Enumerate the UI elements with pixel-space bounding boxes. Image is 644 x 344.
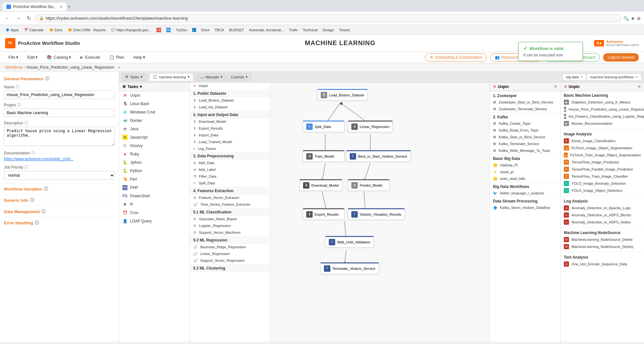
anomaly-hdfs-blocks-item[interactable]: A Anomaly_Detection_in_HDFS_Blocks — [561, 211, 644, 219]
task-java[interactable]: ☕ Java — [119, 125, 190, 133]
breadcrumb-workflows-link[interactable]: Workflows — [5, 65, 23, 70]
tf-pred-item[interactable]: T TensorFlow_Image_Prediction — [561, 159, 644, 166]
pytorch-train-item[interactable]: 🔥 PyTorch_Train_Image_Object_Segmentatio… — [561, 152, 644, 159]
documentation-link[interactable]: https://www.activeeon.com/public_cont... — [4, 157, 73, 161]
manuals-tab[interactable]: 📖 Manuals ▾ — [196, 73, 226, 81]
node-download-model[interactable]: ⬇ Download_Model — [299, 179, 342, 191]
scheduling-button[interactable]: ⚙ Scheduling & Orchestration — [425, 53, 487, 62]
generic-info-icon[interactable]: ⓘ — [30, 197, 34, 203]
add-label-item[interactable]: ⊕ Add_Label — [190, 166, 270, 173]
task-unpin[interactable]: ✕ Unpin — [119, 91, 190, 100]
bookmark-technical[interactable]: Technical — [301, 27, 319, 33]
workflow-canvas[interactable]: 🗄 Load_Boston_Dataset ✂ Split_Data ⚙ Lin… — [270, 83, 489, 342]
task-ruby[interactable]: ♦ Ruby — [119, 150, 190, 158]
ml-workflows-tab[interactable]: machine learning-workflows ✕ — [586, 74, 641, 81]
task-windows-cmd[interactable]: ⊞ Windows Cmd — [119, 108, 190, 116]
node-linear-regression[interactable]: ⚙ Linear_Regression — [348, 121, 393, 132]
node-visdom-visualize[interactable]: f Visdom_Visualize_Results — [348, 208, 405, 220]
gaussian-item[interactable]: ⚙ Gaussian_Naive_Bayes — [190, 216, 270, 222]
node-wait-validation[interactable]: f Wait_Until_Validation — [325, 236, 374, 248]
split-data-item[interactable]: ✂ Split_Data — [190, 180, 270, 187]
zookeeper-terminate-item[interactable]: ⚙ Zookeeper_Terminate_Service — [490, 106, 560, 113]
load-boston-item[interactable]: ⬇ Load_Boston_Dataset — [190, 97, 270, 104]
execute-menu[interactable]: ▶ Execute — [77, 54, 103, 61]
task-docker[interactable]: 🐳 Docker — [119, 116, 190, 125]
one-hot-item[interactable]: O One_Hot_Encode_Sequence_Data — [561, 260, 644, 268]
task-perl[interactable]: 🐪 Perl — [119, 175, 190, 183]
task-r[interactable]: R R — [119, 200, 190, 209]
bookmark-zoho[interactable]: 🔶 Zoho — [47, 27, 64, 33]
svr-item[interactable]: 📈 Support_Vector_Regression — [190, 257, 270, 264]
tasks-header[interactable]: ⚙ Tasks ▾ — [119, 83, 190, 91]
data-mgmt-info-icon[interactable]: ⓘ — [41, 209, 45, 214]
new-tab-button[interactable]: + — [68, 4, 71, 10]
bookmark-try[interactable]: TRY — [164, 27, 173, 33]
general-params-info-icon[interactable]: ⓘ — [45, 76, 49, 82]
controls-tab[interactable]: Controls ▾ — [227, 73, 251, 81]
node-export-results[interactable]: ⬆ Export_Results — [303, 208, 345, 220]
task-jython[interactable]: 🐍 Jython — [119, 158, 190, 167]
node-split-data[interactable]: ✂ Split_Data — [303, 121, 345, 132]
ml-workflows-tab-close[interactable]: ✕ — [635, 75, 638, 79]
documentation-info-icon[interactable]: ⓘ — [31, 150, 35, 156]
tasks-tab[interactable]: ⚙ Tasks ▾ — [122, 73, 146, 81]
back-button[interactable]: ← — [3, 15, 12, 22]
logistic-item[interactable]: ⚙ Logistic_Regression — [190, 222, 270, 229]
hdfs-item[interactable]: 🟡 write_read_hdfs — [490, 175, 560, 182]
diabetics-item[interactable]: ▶ Diabetics_Detection_using_K_Means — [561, 99, 644, 106]
browser-tab[interactable]: ProActive Workflow Stu... ✕ — [3, 3, 66, 11]
movies-item[interactable]: ▶ Movies_Recommendation — [561, 120, 644, 127]
download-model-item[interactable]: ⬇ Download_Model — [190, 118, 270, 125]
machine-learning-tab[interactable]: 📋 machine-learning ▾ — [149, 73, 193, 81]
anomaly-apache-item[interactable]: A Anomaly_Detection_in_Apache_Logs — [561, 204, 644, 211]
project-info-icon[interactable]: ⓘ — [17, 102, 21, 108]
bookmark-zoho-crm[interactable]: 🔶 Zoho CRM - Reports — [66, 27, 108, 33]
bookmark-drive[interactable]: Drive — [199, 27, 212, 33]
load-iris-item[interactable]: ⬇ Load_Iris_Dataset — [190, 104, 270, 111]
data-management-title[interactable]: Data Management ⓘ — [4, 209, 115, 214]
bayesian-item[interactable]: 📈 Bayesian_Ridge_Regression — [190, 244, 270, 251]
task-powershell[interactable]: PS PowerShell — [119, 192, 190, 200]
file-menu[interactable]: File ▾ — [5, 54, 22, 61]
anomaly-hdfs-nodes-item[interactable]: A Anomaly_Detection_in_HDFS_Nodes — [561, 219, 644, 226]
address-bar[interactable]: 🔒 https://trydev.activeeon.com/studio/#w… — [35, 14, 621, 22]
bookmark-trydev[interactable]: TryDev — [174, 27, 189, 33]
load-trained-item[interactable]: ⬇ Load_Trained_Model — [190, 139, 270, 145]
bookmark-tbca[interactable]: TBCA — [213, 27, 226, 33]
bookmark-automate[interactable]: Automate, Accelerat... — [247, 27, 286, 33]
bookmark-apps[interactable]: 🔷 Apps — [3, 27, 21, 33]
tf-parallel-item[interactable]: T TensorFlow_Parallel_Image_Prediction — [561, 166, 644, 173]
task-ldap[interactable]: 👤 LDAP Query — [119, 217, 190, 225]
search-icon[interactable]: 🔍 — [623, 16, 629, 21]
priority-select[interactable]: normal — [4, 171, 115, 180]
pytorch-seg-item[interactable]: 🔥 PyTorch_Image_Object_Segmentation — [561, 144, 644, 152]
forward-button[interactable]: → — [14, 15, 23, 22]
project-input[interactable] — [4, 109, 115, 117]
kafka-create-item[interactable]: ⚙ Kafka_Create_Topic — [490, 120, 560, 127]
export-results-item[interactable]: ⬆ Export_Results — [190, 125, 270, 132]
reload-button[interactable]: ↻ — [25, 15, 33, 22]
bookmark-li[interactable]: LI — [190, 27, 198, 33]
logout-button[interactable]: Logout caramel — [603, 53, 639, 62]
zookeeper-start-item[interactable]: ⚙ Zookeeper_Start_or_Bind_Service — [490, 99, 560, 106]
task-php[interactable]: PHP PHP — [119, 183, 190, 192]
description-info-icon[interactable]: ⓘ — [24, 120, 28, 126]
log-parser-item[interactable]: ≡ Log_Parser — [190, 145, 270, 152]
yolo-object-item[interactable]: Y YOLO_Image_Object_Detection — [561, 187, 644, 194]
node-terminate-visdom[interactable]: f Terminate_Visdom_Service — [320, 262, 379, 274]
twitter-item[interactable]: 🐦 twitter_language_r_analysis — [490, 190, 560, 197]
import-data-item[interactable]: ⬇ Import_Data — [190, 132, 270, 139]
name-info-icon[interactable]: ⓘ — [15, 84, 19, 90]
house-price-item[interactable]: ▶ House_Price_Prediction_using_Linear_Re… — [561, 106, 644, 113]
iris-item[interactable]: ▶ Iris_Flowers_Classification_using_Logi… — [561, 113, 644, 120]
bookmark-tickets[interactable]: Tickets — [337, 27, 352, 33]
kafka-storm-item[interactable]: 🔷 Kafka_Storm_Visdom_Dataflow — [490, 204, 560, 211]
error-handling-info-icon[interactable]: ⓘ — [35, 220, 39, 226]
edit-menu[interactable]: Edit ▾ — [24, 54, 41, 61]
bookmark-icon[interactable]: ★ — [631, 16, 635, 21]
workflow-variables-title[interactable]: Workflow Variables ⓘ — [4, 186, 115, 192]
node-load-boston[interactable]: 🗄 Load_Boston_Dataset — [317, 89, 368, 101]
filter-data-item[interactable]: ⚗ Filter_Data — [190, 173, 270, 180]
kafka-terminate-item[interactable]: ⚙ Kafka_Terminate_Service — [490, 141, 560, 147]
close-tab-button[interactable]: ✕ — [60, 5, 62, 9]
